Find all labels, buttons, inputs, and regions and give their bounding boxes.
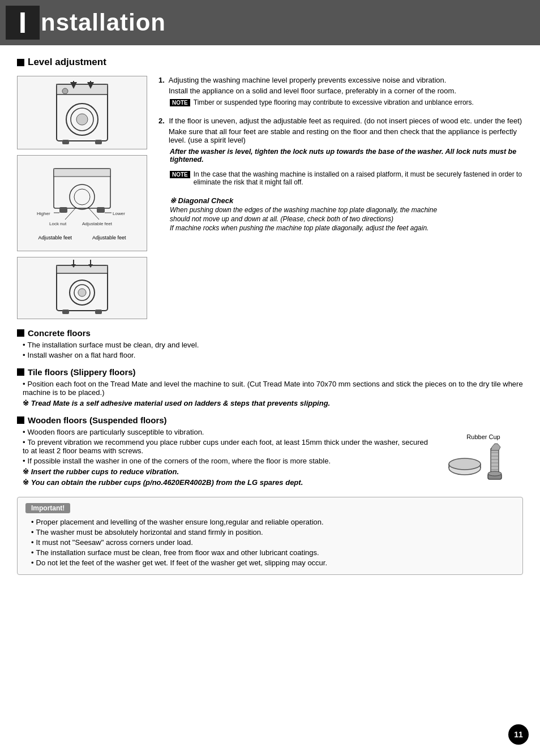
tile-floors-section: Tile floors (Slippery floors) Position e… [17,367,523,407]
mid-diagram-labels: Adjustable feet Adjustable feet [38,235,126,240]
step-1-text: 1. Adjusting the washing machine level p… [158,76,523,84]
svg-point-5 [62,88,68,94]
rubber-cup-diagram: Rubber Cup [444,428,523,489]
page-number: 11 [508,724,529,745]
square-bullet-tile [17,368,24,376]
step-2-note: NOTE In the case that the washing machin… [170,170,523,186]
wooden-bullet-2: To prevent vibration we recommend you pl… [23,438,436,455]
diagonal-check-line-3: If machine rocks when pushing the machin… [170,224,523,232]
svg-point-4 [76,114,88,125]
note-label-2: NOTE [170,171,190,178]
svg-text:Lower: Lower [113,211,125,216]
wooden-note-1: ※ Insert the rubber cups to reduce vibra… [23,467,436,476]
diagram-top [17,76,147,149]
diagonal-check-line-2: should not move up and down at all. (Ple… [170,215,523,223]
page-header: I nstallation [0,0,540,45]
wooden-floors-layout: Wooden floors are particularly susceptib… [17,428,523,489]
washing-machine-diagram-2: Lock nut Adjustable feet Higher Lower [25,166,139,234]
page-wrapper: I nstallation Level adjustment [0,0,540,756]
diagonal-check-line-1: When pushing down the edges of the washi… [170,206,523,214]
svg-rect-25 [57,265,108,273]
mid-diagram-inner: Lock nut Adjustable feet Higher Lower Ad… [18,156,147,251]
wooden-floors-text: Wooden floors are particularly susceptib… [17,428,436,489]
step-1-text2: Install the appliance on a solid and lev… [169,87,523,95]
svg-text:Lock nut: Lock nut [49,221,67,226]
washing-machine-diagram-3 [51,260,113,316]
diagonal-check-title: ※ Diagonal Check [170,196,523,205]
wooden-floors-heading: Wooden floors (Suspended floors) [17,415,523,425]
tile-floors-heading: Tile floors (Slippery floors) [17,367,523,377]
instructions-column: 1. Adjusting the washing machine level p… [158,76,523,319]
step-1: 1. Adjusting the washing machine level p… [158,76,523,110]
important-bullet-3: It must not "Seesaw" across corners unde… [31,538,515,547]
diagram-bottom [17,257,147,319]
step-2: 2. If the floor is uneven, adjust the ad… [158,117,523,190]
important-bullet-5: Do not let the feet of the washer get we… [31,559,515,567]
important-bullet-4: The installation surface must be clean, … [31,548,515,557]
main-content: Level adjustment [0,57,540,592]
svg-point-28 [78,289,86,297]
svg-rect-9 [95,140,102,144]
tile-note-star: ※ Tread Mate is a self adhesive material… [23,399,523,407]
concrete-floors-heading: Concrete floors [17,328,523,338]
svg-rect-29 [62,310,69,314]
svg-point-12 [70,184,95,209]
svg-rect-14 [59,207,67,213]
svg-point-13 [74,189,90,205]
wooden-note-2: ※ You can obtain the rubber cups (p/no.4… [23,478,436,487]
washing-machine-diagram-1 [51,79,113,147]
svg-rect-11 [54,169,110,177]
important-label: Important! [25,503,70,513]
rubber-cup-label: Rubber Cup [466,433,500,440]
diagonal-check: ※ Diagonal Check When pushing down the e… [170,196,523,232]
important-bullet-1: Proper placement and levelling of the wa… [31,518,515,526]
svg-text:Higher: Higher [37,211,50,216]
svg-rect-8 [62,140,69,144]
svg-rect-15 [97,207,105,213]
svg-marker-46 [491,444,500,450]
wooden-bullet-1: Wooden floors are particularly susceptib… [23,428,436,436]
square-bullet-concrete [17,329,24,337]
step-1-note-text: Timber or suspended type flooring may co… [194,98,474,106]
step-2-text2: Make sure that all four feet are stable … [169,127,523,144]
step-2-text: 2. If the floor is uneven, adjust the ad… [158,117,523,125]
important-box: Important! Proper placement and levellin… [17,497,523,575]
level-adjustment-heading: Level adjustment [17,57,523,68]
concrete-bullet-2: Install washer on a flat hard floor. [23,351,523,359]
step-2-italic-bold: After the washer is level, tighten the l… [170,148,523,164]
square-bullet-wooden [17,416,24,424]
wooden-bullet-3: If possible install the washer in one of… [23,457,436,465]
svg-point-48 [488,471,502,476]
concrete-floors-section: Concrete floors The installation surface… [17,328,523,359]
wooden-floors-section: Wooden floors (Suspended floors) Wooden … [17,415,523,489]
note-label: NOTE [170,99,190,106]
header-letter: I [6,6,40,40]
tile-bullet-1: Position each foot on the Tread Mate and… [23,380,523,397]
svg-point-36 [449,458,481,470]
rubber-cup-svg [447,443,520,482]
header-title: nstallation [41,9,166,36]
diagram-middle: Lock nut Adjustable feet Higher Lower Ad… [17,155,147,251]
diagrams-column: Lock nut Adjustable feet Higher Lower Ad… [17,76,147,319]
important-bullet-2: The washer must be absolutely horizontal… [31,528,515,536]
step-1-note: NOTE Timber or suspended type flooring m… [170,98,474,106]
level-adjustment-layout: Lock nut Adjustable feet Higher Lower Ad… [17,76,523,319]
step-2-note-text: In the case that the washing machine is … [194,170,523,186]
svg-rect-30 [95,310,102,314]
concrete-bullet-1: The installation surface must be clean, … [23,341,523,349]
square-bullet-icon [17,59,24,66]
svg-text:Adjustable feet: Adjustable feet [82,221,113,226]
